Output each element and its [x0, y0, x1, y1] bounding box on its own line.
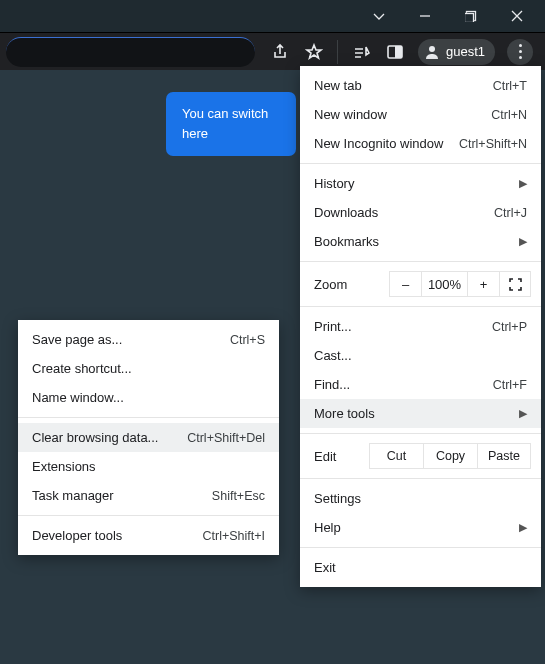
edit-paste-button[interactable]: Paste — [477, 443, 531, 469]
menu-separator — [18, 515, 279, 516]
tooltip-line: You can switch — [182, 104, 280, 124]
submenu-item-developer-tools[interactable]: Developer toolsCtrl+Shift+I — [18, 521, 279, 550]
media-control-icon[interactable] — [350, 41, 372, 63]
chevron-right-icon: ▶ — [519, 521, 527, 534]
menu-separator — [300, 306, 541, 307]
menu-separator — [300, 478, 541, 479]
menu-item-help[interactable]: Help▶ — [300, 513, 541, 542]
share-icon[interactable] — [269, 41, 291, 63]
menu-item-print[interactable]: Print...Ctrl+P — [300, 312, 541, 341]
menu-item-exit[interactable]: Exit — [300, 553, 541, 582]
svg-rect-4 — [395, 46, 402, 58]
close-button[interactable] — [495, 1, 539, 31]
browser-toolbar: guest1 — [0, 32, 545, 70]
menu-item-edit: Edit Cut Copy Paste — [300, 439, 541, 473]
tooltip-line: here — [182, 124, 280, 144]
submenu-item-clear-data[interactable]: Clear browsing data...Ctrl+Shift+Del — [18, 423, 279, 452]
submenu-item-extensions[interactable]: Extensions — [18, 452, 279, 481]
more-tools-submenu: Save page as...Ctrl+S Create shortcut...… — [18, 320, 279, 555]
menu-separator — [300, 433, 541, 434]
submenu-item-save-page[interactable]: Save page as...Ctrl+S — [18, 325, 279, 354]
zoom-in-button[interactable]: + — [467, 271, 499, 297]
chevron-right-icon: ▶ — [519, 177, 527, 190]
svg-point-5 — [429, 46, 435, 52]
menu-item-new-window[interactable]: New windowCtrl+N — [300, 100, 541, 129]
omnibox[interactable] — [6, 37, 255, 67]
profile-tooltip: You can switch here — [166, 92, 296, 156]
menu-item-bookmarks[interactable]: Bookmarks▶ — [300, 227, 541, 256]
menu-separator — [300, 261, 541, 262]
menu-item-cast[interactable]: Cast... — [300, 341, 541, 370]
menu-item-more-tools[interactable]: More tools▶ — [300, 399, 541, 428]
separator — [337, 40, 338, 64]
menu-item-settings[interactable]: Settings — [300, 484, 541, 513]
menu-item-downloads[interactable]: DownloadsCtrl+J — [300, 198, 541, 227]
menu-item-history[interactable]: History▶ — [300, 169, 541, 198]
chevron-right-icon: ▶ — [519, 407, 527, 420]
star-icon[interactable] — [303, 41, 325, 63]
side-panel-icon[interactable] — [384, 41, 406, 63]
menu-separator — [300, 547, 541, 548]
profile-label: guest1 — [446, 44, 485, 59]
tabs-dropdown-button[interactable] — [357, 1, 401, 31]
menu-separator — [300, 163, 541, 164]
menu-item-new-incognito[interactable]: New Incognito windowCtrl+Shift+N — [300, 129, 541, 158]
submenu-item-task-manager[interactable]: Task managerShift+Esc — [18, 481, 279, 510]
kebab-menu-button[interactable] — [507, 39, 533, 65]
edit-cut-button[interactable]: Cut — [369, 443, 423, 469]
minimize-button[interactable] — [403, 1, 447, 31]
submenu-item-create-shortcut[interactable]: Create shortcut... — [18, 354, 279, 383]
zoom-level: 100% — [421, 271, 467, 297]
fullscreen-button[interactable] — [499, 271, 531, 297]
titlebar — [0, 0, 545, 32]
menu-item-find[interactable]: Find...Ctrl+F — [300, 370, 541, 399]
main-menu: New tabCtrl+T New windowCtrl+N New Incog… — [300, 66, 541, 587]
maximize-button[interactable] — [449, 1, 493, 31]
menu-separator — [18, 417, 279, 418]
profile-button[interactable]: guest1 — [418, 39, 495, 65]
submenu-item-name-window[interactable]: Name window... — [18, 383, 279, 412]
menu-item-zoom: Zoom – 100% + — [300, 267, 541, 301]
menu-item-new-tab[interactable]: New tabCtrl+T — [300, 71, 541, 100]
chevron-right-icon: ▶ — [519, 235, 527, 248]
zoom-out-button[interactable]: – — [389, 271, 421, 297]
edit-copy-button[interactable]: Copy — [423, 443, 477, 469]
svg-rect-1 — [465, 14, 474, 23]
person-icon — [424, 44, 440, 60]
